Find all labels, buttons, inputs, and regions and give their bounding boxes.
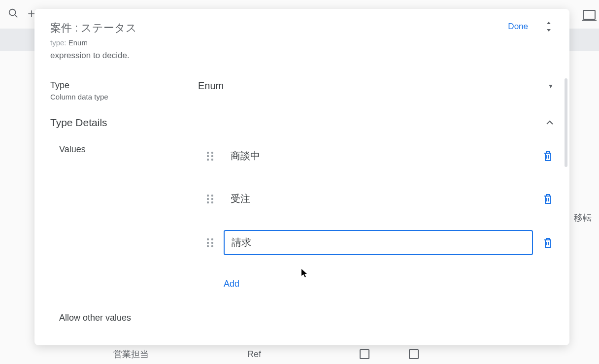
device-preview[interactable]	[579, 0, 599, 30]
delete-button[interactable]	[543, 194, 554, 204]
values-label: Values	[50, 144, 207, 155]
search-icon[interactable]	[8, 8, 19, 22]
chevron-down-icon: ▼	[548, 83, 554, 90]
value-row	[207, 187, 554, 210]
laptop-icon	[583, 10, 596, 20]
delete-button[interactable]	[543, 151, 554, 162]
svg-line-1	[15, 15, 18, 18]
backdrop-column-name: 営業担当	[113, 348, 149, 360]
done-button[interactable]: Done	[508, 22, 528, 32]
values-section: Values	[50, 144, 554, 293]
type-label: Type	[50, 80, 198, 91]
dialog-header: 案件 : ステータス type: Enum Done	[34, 9, 569, 51]
scrollbar[interactable]	[565, 78, 567, 167]
checkbox-icon[interactable]	[360, 349, 369, 359]
drag-handle-icon[interactable]	[207, 195, 214, 203]
value-row	[207, 230, 554, 255]
type-details-toggle[interactable]: Type Details	[50, 117, 554, 129]
checkbox-icon[interactable]	[409, 349, 419, 359]
value-input[interactable]	[224, 187, 533, 210]
expand-collapse-button[interactable]	[544, 21, 554, 33]
chevron-up-icon	[546, 118, 554, 127]
backdrop-column-type: Ref	[247, 349, 261, 360]
expression-hint: expression to decide.	[50, 51, 554, 61]
value-input[interactable]	[224, 144, 533, 167]
type-label: type:	[50, 38, 67, 47]
type-subtitle: type: Enum	[50, 38, 508, 47]
type-details-title: Type Details	[50, 117, 107, 129]
backdrop-bottom-row: 営業担当 Ref	[64, 344, 599, 364]
type-value: Enum	[68, 38, 88, 47]
column-settings-dialog: 案件 : ステータス type: Enum Done expression to…	[34, 9, 569, 345]
allow-other-values-label: Allow other values	[50, 313, 554, 323]
value-row	[207, 144, 554, 167]
type-dropdown[interactable]: Enum ▼	[198, 80, 554, 92]
dialog-body: expression to decide. Type Column data t…	[34, 51, 569, 345]
add-value-button[interactable]: Add	[224, 275, 239, 293]
dialog-title: 案件 : ステータス	[50, 21, 508, 35]
svg-point-0	[9, 9, 16, 16]
type-row: Type Column data type Enum ▼	[50, 80, 554, 101]
drag-handle-icon[interactable]	[207, 238, 214, 247]
type-selected-value: Enum	[198, 80, 224, 92]
drag-handle-icon[interactable]	[207, 152, 214, 161]
delete-button[interactable]	[543, 237, 554, 248]
value-input[interactable]	[224, 230, 533, 255]
values-list: Add	[207, 144, 554, 293]
type-sublabel: Column data type	[50, 93, 198, 101]
backdrop-side-text: 移転	[574, 212, 592, 224]
